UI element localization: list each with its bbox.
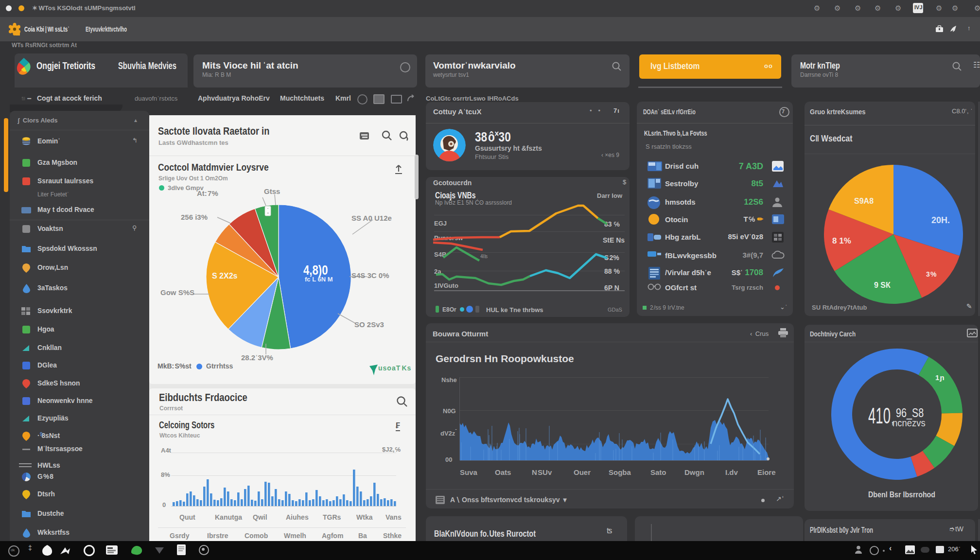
svg-text:⌃: ⌃ bbox=[266, 208, 269, 211]
svg-text:≡: ≡ bbox=[267, 211, 269, 215]
